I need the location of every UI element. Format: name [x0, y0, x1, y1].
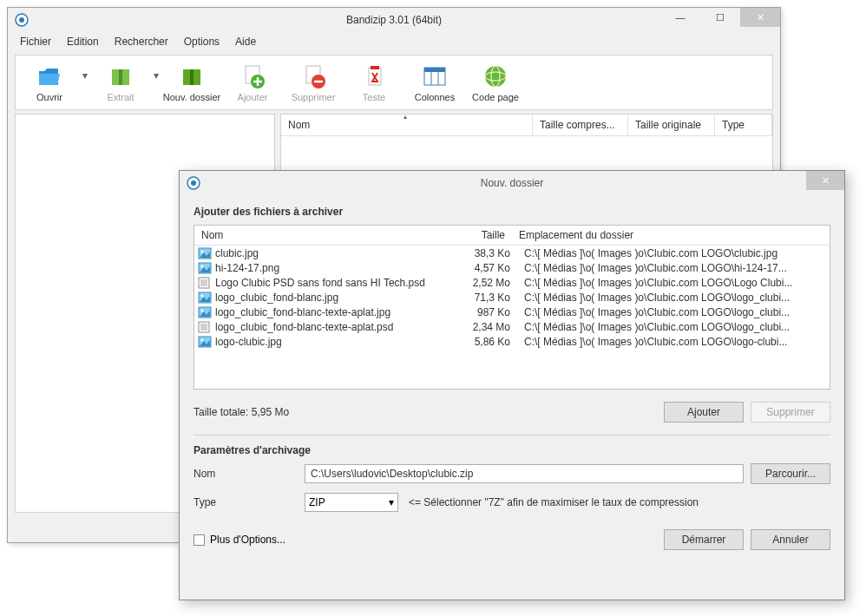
total-row: Taille totale: 5,95 Mo Ajouter Supprimer	[194, 402, 830, 423]
file-location: C:\[ Médias ]\o( Images )o\Clubic.com LO…	[517, 277, 826, 289]
menu-edition[interactable]: Edition	[60, 34, 106, 49]
file-name: Logo Clubic PSD sans fond sans HI Tech.p…	[215, 277, 451, 289]
name-label: Nom	[194, 468, 305, 480]
test-icon	[360, 62, 388, 90]
svg-point-28	[201, 309, 204, 311]
svg-rect-3	[190, 69, 194, 85]
toolbar-container: Ouvrir ▾ Extrait ▾ Nouv. dossier Ajouter…	[15, 55, 773, 110]
add-button[interactable]: Ajouter	[222, 61, 283, 104]
test-button[interactable]: Teste	[344, 61, 404, 104]
dialog-body: Ajouter des fichiers à archiver Nom Tail…	[180, 195, 844, 560]
file-icon	[198, 306, 212, 318]
svg-rect-11	[424, 68, 445, 72]
file-name: logo-clubic.jpg	[215, 336, 451, 348]
extract-icon	[107, 62, 134, 90]
checkbox-icon	[194, 534, 205, 546]
app-icon	[15, 13, 29, 27]
file-name: clubic.jpg	[215, 247, 451, 259]
file-row[interactable]: logo_clubic_fond-blanc.jpg71,3 KoC:\[ Mé…	[194, 290, 830, 305]
remove-file-button[interactable]: Supprimer	[751, 402, 830, 423]
titlebar[interactable]: Bandizip 3.01 (64bit) — ☐ ✕	[8, 8, 780, 32]
svg-point-18	[191, 180, 196, 186]
svg-rect-2	[119, 69, 122, 85]
svg-point-1	[19, 17, 24, 23]
filecol-emplacement[interactable]: Emplacement du dossier	[512, 226, 830, 245]
menu-options[interactable]: Options	[177, 34, 226, 49]
menu-rechercher[interactable]: Rechercher	[108, 34, 175, 49]
col-nom[interactable]: Nom	[281, 115, 533, 135]
file-row[interactable]: hi-124-17.png4,57 KoC:\[ Médias ]\o( Ima…	[194, 260, 830, 275]
menu-fichier[interactable]: Fichier	[13, 34, 58, 49]
maximize-button[interactable]: ☐	[700, 8, 740, 27]
svg-rect-9	[371, 66, 379, 69]
filecol-taille[interactable]: Taille	[446, 226, 512, 245]
svg-point-14	[485, 66, 506, 87]
dialog-close-button[interactable]: ✕	[806, 171, 844, 190]
type-row: Type ZIP ▾ <= Sélectionner "7Z" afin de …	[194, 493, 830, 512]
file-name: logo_clubic_fond-blanc-texte-aplat.jpg	[215, 306, 451, 318]
more-options-checkbox[interactable]: Plus d'Options...	[194, 534, 285, 546]
file-row[interactable]: logo-clubic.jpg5,86 KoC:\[ Médias ]\o( I…	[194, 334, 830, 349]
file-row[interactable]: logo_clubic_fond-blanc-texte-aplat.psd2,…	[194, 319, 830, 334]
file-list-header: Nom Taille Emplacement du dossier	[194, 226, 830, 246]
options-row: Plus d'Options... Démarrer Annuler	[194, 529, 830, 550]
svg-rect-24	[200, 279, 207, 286]
file-location: C:\[ Médias ]\o( Images )o\Clubic.com LO…	[517, 247, 826, 259]
type-select[interactable]: ZIP ▾	[305, 493, 398, 512]
new-archive-icon	[178, 62, 206, 90]
name-row: Nom Parcourir...	[194, 463, 830, 484]
close-button[interactable]: ✕	[740, 8, 780, 27]
archive-path-input[interactable]	[305, 464, 744, 483]
window-title: Bandizip 3.01 (64bit)	[346, 14, 442, 26]
minimize-button[interactable]: —	[660, 8, 700, 27]
section-add-label: Ajouter des fichiers à archiver	[194, 206, 830, 218]
total-size: Taille totale: 5,95 Mo	[194, 406, 289, 418]
file-icon	[198, 292, 212, 304]
file-location: C:\[ Médias ]\o( Images )o\Clubic.com LO…	[517, 336, 826, 348]
columns-button[interactable]: Colonnes	[404, 61, 465, 104]
type-hint: <= Sélectionner "7Z" afin de maximiser l…	[409, 496, 699, 508]
file-location: C:\[ Médias ]\o( Images )o\Clubic.com LO…	[517, 262, 826, 274]
file-icon	[198, 321, 212, 333]
file-row[interactable]: logo_clubic_fond-blanc-texte-aplat.jpg98…	[194, 305, 830, 319]
dropdown-arrow-icon[interactable]: ▾	[151, 61, 161, 82]
columns-icon	[421, 62, 449, 90]
file-name: logo_clubic_fond-blanc.jpg	[215, 292, 451, 304]
file-row[interactable]: Logo Clubic PSD sans fond sans HI Tech.p…	[194, 275, 830, 290]
file-icon	[198, 262, 212, 274]
col-type[interactable]: Type	[715, 115, 772, 135]
filecol-nom[interactable]: Nom	[194, 226, 446, 245]
file-list[interactable]: Nom Taille Emplacement du dossier clubic…	[194, 225, 830, 390]
col-original[interactable]: Taille originale	[628, 115, 715, 135]
start-button[interactable]: Démarrer	[664, 529, 744, 550]
file-size: 5,86 Ko	[451, 336, 517, 348]
newfolder-button[interactable]: Nouv. dossier	[161, 61, 222, 104]
window-controls: — ☐ ✕	[660, 8, 780, 27]
file-row[interactable]: clubic.jpg38,3 KoC:\[ Médias ]\o( Images…	[194, 246, 830, 260]
file-size: 4,57 Ko	[451, 262, 517, 274]
col-compressed[interactable]: Taille compres...	[533, 115, 628, 135]
add-file-button[interactable]: Ajouter	[664, 402, 744, 423]
extract-button[interactable]: Extrait	[90, 61, 151, 104]
list-header: Nom Taille compres... Taille originale T…	[281, 115, 772, 136]
menu-aide[interactable]: Aide	[228, 34, 263, 49]
codepage-button[interactable]: Code page	[465, 61, 526, 104]
app-icon	[187, 176, 200, 190]
dialog-titlebar[interactable]: Nouv. dossier ✕	[180, 171, 844, 195]
browse-button[interactable]: Parcourir...	[751, 463, 830, 484]
file-size: 38,3 Ko	[451, 247, 517, 259]
section-params-label: Paramètres d'archivage	[194, 444, 830, 456]
cancel-button[interactable]: Annuler	[751, 529, 830, 550]
divider	[194, 435, 830, 436]
delete-button[interactable]: Supprimer	[283, 61, 344, 104]
dropdown-arrow-icon[interactable]: ▾	[80, 61, 90, 82]
file-size: 71,3 Ko	[451, 292, 517, 304]
file-icon	[198, 247, 212, 259]
svg-point-20	[201, 250, 204, 252]
toolbar: Ouvrir ▾ Extrait ▾ Nouv. dossier Ajouter…	[16, 56, 772, 109]
menubar: Fichier Edition Rechercher Options Aide	[8, 32, 780, 51]
globe-icon	[482, 62, 509, 90]
dialog-title: Nouv. dossier	[481, 177, 543, 189]
file-location: C:\[ Médias ]\o( Images )o\Clubic.com LO…	[517, 292, 826, 304]
open-button[interactable]: Ouvrir	[19, 61, 80, 104]
